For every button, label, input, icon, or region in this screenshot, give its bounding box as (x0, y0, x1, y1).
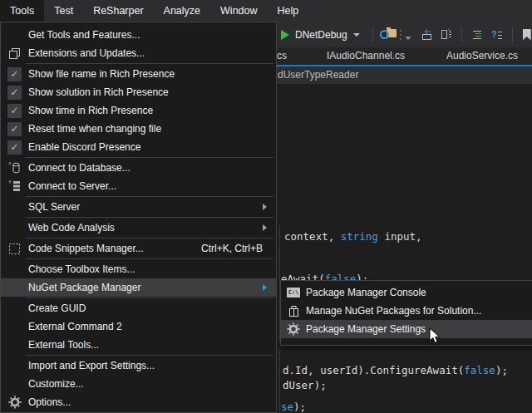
checkmark-icon: ✓ (7, 86, 22, 100)
extensions-icon (8, 47, 21, 60)
menu-item-external-command-2[interactable]: External Command 2 (1, 317, 276, 336)
menu-item-get-tools-and-features[interactable]: Get Tools and Features... (1, 26, 276, 44)
menu-item-show-time-rich-presence[interactable]: ✓ Show time in Rich Presence (1, 101, 276, 120)
find-in-files-icon[interactable] (380, 27, 397, 42)
gear-icon (287, 322, 300, 336)
run-target-dropdown-icon[interactable] (353, 33, 360, 37)
menubar-item-analyze[interactable]: Analyze (154, 0, 210, 22)
code-line: d.Id, userId).ConfigureAwait(false); (283, 364, 508, 376)
submenu-arrow-icon (263, 204, 267, 210)
menu-separator (26, 157, 273, 158)
menu-item-external-tools[interactable]: External Tools... (1, 336, 276, 354)
bookmark-icon[interactable] (523, 29, 531, 41)
code-line: context, string input, (284, 230, 422, 243)
mouse-cursor (429, 327, 441, 344)
document-tab-partial[interactable]: cs (277, 47, 287, 65)
menu-item-sql-server[interactable]: SQL Server (1, 198, 276, 216)
menu-separator (26, 196, 273, 197)
menu-separator (26, 238, 273, 238)
run-icon[interactable] (281, 30, 289, 40)
nuget-package-manager-submenu: C:\ Package Manager Console Manage NuGet… (280, 280, 532, 346)
snippets-icon (8, 243, 21, 255)
svg-text:?: ? (491, 29, 497, 39)
menu-separator (26, 258, 273, 259)
menubar-item-tools[interactable]: Tools (0, 0, 44, 22)
magnifier-icon (380, 30, 389, 39)
toolbar-separator (512, 27, 513, 42)
submenu-arrow-icon (263, 224, 267, 231)
menu-item-web-code-analysis[interactable]: Web Code Analysis (1, 219, 276, 237)
gear-icon (8, 396, 22, 409)
menu-separator (26, 217, 273, 218)
menubar-item-window[interactable]: Window (210, 0, 267, 22)
document-tab-audioservice[interactable]: AudioService.cs (446, 47, 518, 65)
menu-item-enable-discord-presence[interactable]: ✓ Enable Discord Presence (1, 138, 276, 156)
console-icon: C:\ (287, 288, 300, 297)
menu-item-nuget-package-manager[interactable]: NuGet Package Manager (1, 278, 276, 297)
document-tab-iaudiochannel[interactable]: IAudioChannel.cs (327, 47, 405, 65)
submenu-arrow-icon (263, 284, 267, 291)
document-outline-icon[interactable] (439, 28, 454, 42)
package-icon (288, 305, 300, 317)
database-icon (8, 161, 22, 175)
menu-item-choose-toolbox-items[interactable]: Choose Toolbox Items... (1, 260, 276, 278)
submenu-item-package-manager-console[interactable]: C:\ Package Manager Console (281, 283, 532, 302)
shortcut-label: Ctrl+K, Ctrl+B (201, 243, 263, 254)
menu-item-import-export-settings[interactable]: Import and Export Settings... (1, 356, 276, 375)
server-icon (8, 179, 22, 193)
menu-item-create-guid[interactable]: Create GUID (1, 299, 276, 317)
toolbar-overflow-icon[interactable] (400, 30, 411, 40)
tools-menu: Get Tools and Features... Extensions and… (0, 22, 277, 413)
menu-item-reset-time-changing-file[interactable]: ✓ Reset time when changing file (1, 120, 276, 138)
menu-bar: Tools Test ReSharper Analyze Window Help (0, 0, 532, 22)
menu-item-show-solution-rich-presence[interactable]: ✓ Show solution in Rich Presence (1, 83, 276, 101)
menubar-item-test[interactable]: Test (44, 0, 83, 22)
indent-guide (279, 350, 280, 413)
menu-separator (26, 355, 273, 356)
menu-item-customize[interactable]: Customize... (1, 375, 276, 393)
submenu-item-package-manager-settings[interactable]: Package Manager Settings (281, 320, 532, 338)
menu-separator (26, 297, 273, 298)
toolbar-separator (372, 27, 373, 42)
menu-item-show-file-name-rich-presence[interactable]: ✓ Show file name in Rich Presence (1, 65, 276, 83)
menubar-item-help[interactable]: Help (268, 0, 309, 22)
breadcrumb[interactable]: dUserTypeReader (278, 66, 358, 84)
code-line: se); (281, 401, 306, 413)
checkmark-icon: ✓ (7, 67, 22, 81)
menu-item-extensions-and-updates[interactable]: Extensions and Updates... (1, 44, 276, 62)
navigate-to-icon[interactable] (419, 28, 434, 42)
run-target-label[interactable]: DNetDebug (295, 29, 347, 41)
checkmark-icon: ✓ (7, 122, 22, 136)
code-line: dUser); (283, 379, 327, 391)
menu-separator (26, 63, 273, 64)
toolbar-separator (461, 27, 462, 42)
menu-item-connect-to-server[interactable]: Connect to Server... (1, 177, 276, 195)
checkmark-icon: ✓ (7, 140, 22, 155)
menubar-item-resharper[interactable]: ReSharper (83, 0, 153, 22)
inline-help-icon[interactable]: ? (490, 28, 505, 42)
submenu-item-manage-nuget-packages[interactable]: Manage NuGet Packages for Solution... (281, 302, 532, 320)
menu-item-code-snippets-manager[interactable]: Code Snippets Manager... Ctrl+K, Ctrl+B (1, 239, 276, 258)
menu-item-connect-to-database[interactable]: Connect to Database... (1, 159, 276, 177)
menu-item-options[interactable]: Options... (1, 393, 276, 411)
format-indent-icon[interactable] (470, 28, 485, 42)
checkmark-icon: ✓ (7, 104, 22, 118)
vs-ide-window: Tools Test ReSharper Analyze Window Help… (0, 0, 532, 413)
